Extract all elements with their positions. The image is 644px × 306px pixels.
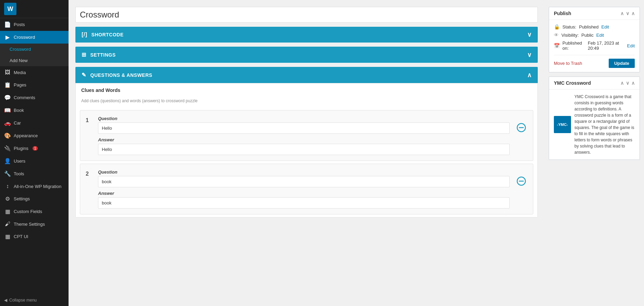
cpt-ui-icon: ▦ bbox=[4, 233, 11, 240]
sidebar-item-label: Posts bbox=[14, 22, 25, 27]
sidebar-item-users[interactable]: 👤 Users bbox=[0, 155, 69, 167]
crossword-submenu: Crossword Add New bbox=[0, 44, 69, 66]
qa-fields-2: Question Answer bbox=[98, 169, 510, 209]
ymc-collapse-icon[interactable]: ∧ bbox=[620, 80, 624, 86]
sidebar: W 📄 Posts ▶ Crossword ◀ Crossword Add Ne… bbox=[0, 0, 69, 306]
ymc-title: YMC Crossword bbox=[554, 80, 591, 86]
minus-circle-icon-1 bbox=[517, 123, 526, 132]
sidebar-item-book[interactable]: 📖 Book bbox=[0, 104, 69, 117]
publish-expand-icon[interactable]: ∨ bbox=[626, 11, 629, 16]
settings-chevron-icon: ∨ bbox=[527, 51, 532, 59]
shortcode-panel-header[interactable]: [/] SHORTCODE ∨ bbox=[75, 27, 538, 43]
sidebar-item-label: Pages bbox=[14, 82, 26, 87]
collapse-menu-button[interactable]: ◀ Collapse menu bbox=[0, 294, 69, 306]
posts-icon: 📄 bbox=[4, 21, 11, 28]
ymc-expand-icon[interactable]: ∨ bbox=[626, 80, 629, 86]
published-label: Published on: bbox=[562, 40, 585, 51]
trash-link[interactable]: Move to Trash bbox=[554, 61, 582, 66]
crossword-main-label: Crossword bbox=[10, 47, 31, 52]
clues-title: Clues and Words bbox=[76, 83, 537, 94]
sidebar-item-plugins[interactable]: 🔌 Plugins 1 bbox=[0, 142, 69, 155]
custom-fields-icon: ▦ bbox=[4, 208, 11, 215]
publish-metabox: Publish ∧ ∨ ∧ 🔒 Status: Published Edit 👁… bbox=[549, 7, 640, 72]
question-label-1: Question bbox=[98, 116, 510, 121]
answer-input-1[interactable] bbox=[98, 144, 510, 155]
tools-icon: 🔧 bbox=[4, 170, 11, 177]
theme-settings-icon: 🖌 bbox=[4, 221, 11, 227]
sidebar-item-car[interactable]: 🚗 Car bbox=[0, 117, 69, 129]
sidebar-item-label: Custom Fields bbox=[14, 209, 42, 214]
status-icon: 🔒 bbox=[554, 24, 560, 30]
publish-metabox-body: 🔒 Status: Published Edit 👁 Visibility: P… bbox=[549, 20, 640, 72]
status-edit-link[interactable]: Edit bbox=[602, 24, 609, 30]
sidebar-item-custom-fields[interactable]: ▦ Custom Fields bbox=[0, 205, 69, 218]
sidebar-item-appearance[interactable]: 🎨 Appearance bbox=[0, 129, 69, 142]
status-label: Status: bbox=[562, 24, 576, 30]
sidebar-item-add-new[interactable]: Add New bbox=[0, 55, 69, 66]
visibility-edit-link[interactable]: Edit bbox=[596, 33, 604, 38]
minus-circle-icon-2 bbox=[517, 176, 526, 186]
update-button[interactable]: Update bbox=[609, 59, 635, 68]
status-row: 🔒 Status: Published Edit bbox=[554, 24, 635, 30]
sidebar-item-tools[interactable]: 🔧 Tools bbox=[0, 167, 69, 180]
ymc-metabox-header: YMC Crossword ∧ ∨ ∧ bbox=[549, 77, 640, 90]
qa-section-body: Clues and Words Add clues (questions) an… bbox=[75, 83, 538, 217]
collapse-label: Collapse menu bbox=[9, 298, 37, 303]
qa-label: QUESTIONS & ANSWERS bbox=[90, 72, 153, 78]
sidebar-item-settings[interactable]: ⚙ Settings bbox=[0, 192, 69, 205]
car-icon: 🚗 bbox=[4, 120, 11, 126]
sidebar-item-label: Comments bbox=[14, 95, 35, 100]
remove-item-2-button[interactable] bbox=[515, 169, 527, 187]
ymc-controls: ∧ ∨ ∧ bbox=[620, 80, 635, 86]
settings-label: SETTINGS bbox=[90, 52, 116, 58]
shortcode-chevron-icon: ∨ bbox=[527, 31, 532, 38]
remove-item-1-button[interactable] bbox=[515, 116, 527, 134]
sidebar-item-label: Plugins bbox=[14, 146, 28, 151]
comments-icon: 💬 bbox=[4, 94, 11, 101]
visibility-value: Public bbox=[581, 33, 593, 38]
ymc-toggle-icon[interactable]: ∧ bbox=[631, 80, 635, 86]
plugins-badge: 1 bbox=[33, 146, 38, 151]
publish-metabox-header: Publish ∧ ∨ ∧ bbox=[549, 7, 640, 20]
sidebar-item-cpt-ui[interactable]: ▦ CPT UI bbox=[0, 230, 69, 243]
question-input-2[interactable] bbox=[98, 176, 510, 187]
sidebar-item-posts[interactable]: 📄 Posts bbox=[0, 18, 69, 31]
ymc-metabox-body: -YMC- YMC Crossword is a game that consi… bbox=[549, 90, 640, 160]
answer-label-1: Answer bbox=[98, 137, 510, 142]
media-icon: 🖼 bbox=[4, 69, 11, 75]
publish-title: Publish bbox=[554, 11, 571, 16]
qa-fields-1: Question Answer bbox=[98, 116, 510, 155]
settings-icon: ⚙ bbox=[4, 196, 11, 202]
users-icon: 👤 bbox=[4, 158, 11, 164]
post-title-input[interactable] bbox=[75, 7, 538, 23]
qa-panel: ✎ QUESTIONS & ANSWERS ∧ Clues and Words … bbox=[75, 67, 538, 217]
ymc-header: -YMC- YMC Crossword is a game that consi… bbox=[554, 94, 635, 155]
publish-controls: ∧ ∨ ∧ bbox=[620, 11, 635, 16]
sidebar-item-crossword-main[interactable]: Crossword bbox=[0, 44, 69, 55]
appearance-icon: 🎨 bbox=[4, 132, 11, 139]
sidebar-item-label: Book bbox=[14, 108, 24, 113]
published-edit-link[interactable]: Edit bbox=[627, 43, 635, 48]
publish-toggle-icon[interactable]: ∧ bbox=[631, 11, 635, 16]
shortcode-label: SHORTCODE bbox=[92, 32, 124, 37]
visibility-icon: 👁 bbox=[554, 32, 559, 38]
sidebar-item-label: CPT UI bbox=[14, 234, 28, 239]
sidebar-item-comments[interactable]: 💬 Comments bbox=[0, 91, 69, 104]
answer-input-2[interactable] bbox=[98, 197, 510, 209]
visibility-label: Visibility: bbox=[561, 33, 579, 38]
calendar-icon: 📅 bbox=[554, 43, 560, 48]
publish-collapse-icon[interactable]: ∧ bbox=[620, 11, 624, 16]
settings-panel-header[interactable]: ⊞ SETTINGS ∨ bbox=[75, 47, 538, 63]
question-input-1[interactable] bbox=[98, 122, 510, 134]
sidebar-item-theme-settings[interactable]: 🖌 Theme Settings bbox=[0, 218, 69, 230]
qa-panel-header[interactable]: ✎ QUESTIONS & ANSWERS ∧ bbox=[75, 67, 538, 83]
sidebar-item-pages[interactable]: 📋 Pages bbox=[0, 79, 69, 91]
sidebar-item-media[interactable]: 🖼 Media bbox=[0, 66, 69, 79]
pages-icon: 📋 bbox=[4, 82, 11, 88]
wp-logo-icon: W bbox=[4, 3, 16, 15]
sidebar-logo: W bbox=[0, 0, 69, 18]
sidebar-item-allinone[interactable]: ↕ All-in-One WP Migration bbox=[0, 180, 69, 192]
sidebar-item-label: Settings bbox=[14, 196, 30, 201]
sidebar-item-crossword[interactable]: ▶ Crossword ◀ bbox=[0, 31, 69, 44]
sidebar-item-label: Appearance bbox=[14, 133, 38, 138]
